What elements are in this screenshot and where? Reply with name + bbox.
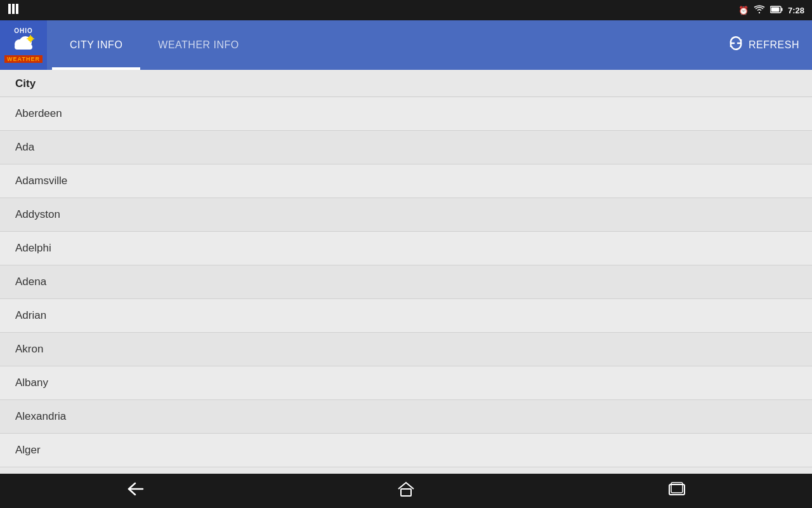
svg-rect-1 [12, 4, 15, 14]
recents-button[interactable] [652, 478, 702, 504]
svg-rect-5 [771, 7, 779, 11]
home-icon [398, 481, 414, 500]
logo-bottom-text: WEATHER [4, 55, 43, 63]
tab-weather-info[interactable]: WEATHER INFO [140, 20, 256, 70]
nav-bar [0, 474, 812, 508]
tab-city-info[interactable]: CITY INFO [52, 20, 140, 70]
city-list-item[interactable]: Akron [0, 333, 812, 366]
svg-point-9 [28, 36, 33, 41]
home-button[interactable] [381, 478, 431, 504]
alarm-icon: ⏰ [738, 6, 749, 15]
status-bar-right: ⏰ 7:28 [738, 5, 804, 16]
tabs-area: CITY INFO WEATHER INFO [47, 20, 716, 70]
svg-rect-4 [781, 8, 782, 11]
wifi-icon [754, 5, 765, 16]
svg-rect-8 [15, 44, 32, 50]
main-content: City AberdeenAdaAdamsvilleAddystonAdelph… [0, 70, 812, 474]
back-button[interactable] [110, 478, 160, 504]
logo-top-text: OHIO [14, 27, 33, 34]
svg-rect-2 [16, 4, 18, 14]
status-bar-left [8, 3, 19, 17]
svg-rect-15 [401, 489, 411, 496]
city-list-item[interactable]: Adrian [0, 299, 812, 333]
city-list: AberdeenAdaAdamsvilleAddystonAdelphiAden… [0, 97, 812, 467]
city-list-item[interactable]: Albany [0, 366, 812, 400]
refresh-label: REFRESH [749, 39, 799, 51]
city-list-item[interactable]: Aberdeen [0, 97, 812, 131]
refresh-button[interactable]: REFRESH [716, 36, 812, 55]
status-bar: ⏰ 7:28 [0, 0, 812, 20]
recents-icon [669, 482, 685, 500]
city-list-item[interactable]: Alexandria [0, 400, 812, 434]
city-list-item[interactable]: Adena [0, 265, 812, 299]
city-list-item[interactable]: Alger [0, 434, 812, 467]
time-display: 7:28 [788, 6, 804, 15]
refresh-icon [728, 36, 743, 55]
city-list-item[interactable]: Addyston [0, 198, 812, 232]
back-icon [126, 482, 144, 500]
city-column-header: City [0, 70, 812, 97]
battery-icon [770, 6, 783, 15]
app-bar: OHIO WEATHER CITY INFO WEATHER INFO [0, 20, 812, 70]
city-list-item[interactable]: Ada [0, 131, 812, 164]
city-list-item[interactable]: Adelphi [0, 232, 812, 265]
city-list-item[interactable]: Adamsville [0, 164, 812, 198]
svg-rect-0 [8, 4, 11, 14]
weather-cloud-icon [11, 34, 36, 55]
grid-icon [8, 3, 19, 17]
app-logo: OHIO WEATHER [0, 20, 47, 70]
